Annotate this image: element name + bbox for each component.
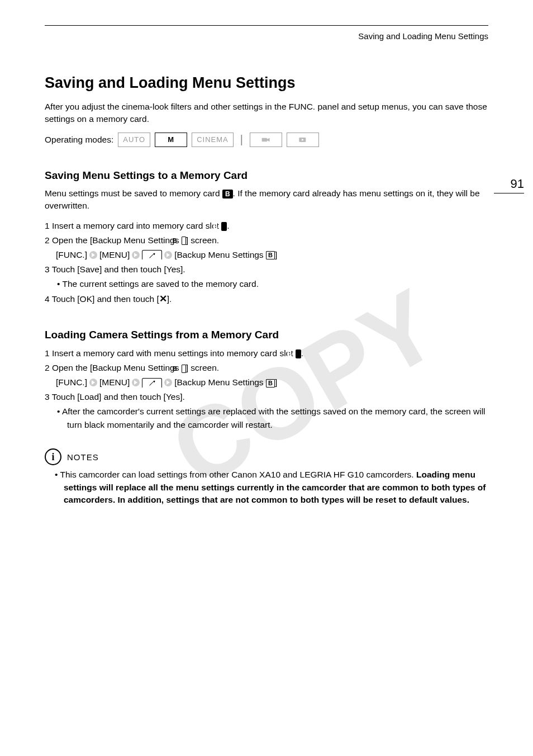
section1-intro: Menu settings must be saved to memory ca…	[45, 187, 488, 212]
path-backup-b: ]	[275, 377, 277, 387]
s1-step4: 4 Touch [OK] and then touch [✕].	[45, 292, 488, 306]
s1-step3-sub: • The current settings are saved to the …	[45, 277, 488, 291]
section1-intro-a: Menu settings must be saved to memory ca…	[45, 188, 222, 198]
path-menu: [MENU]	[99, 248, 130, 262]
s2-step1-b: .	[301, 348, 303, 358]
running-header: Saving and Loading Menu Settings	[45, 31, 488, 41]
path-backup-a: [Backup Menu Settings	[174, 377, 266, 387]
s1-step3: 3 Touch [Save] and then touch [Yes].	[45, 263, 488, 276]
s1-func-path: [FUNC.] [MENU] [Backup Menu Settings B]	[45, 248, 488, 262]
card-b-outline: B	[266, 251, 275, 259]
s2-step2: 2 Open the [Backup Menu Settings B] scre…	[45, 361, 488, 375]
s2-step2-a: 2 Open the [Backup Menu Settings	[45, 363, 182, 372]
arrow-icon	[89, 251, 97, 259]
arrow-icon	[132, 251, 140, 259]
s2-step3-sub: • After the camcorder's current settings…	[45, 405, 488, 432]
section1-steps: 1 Insert a memory card into memory card …	[45, 219, 488, 306]
mode-divider: |	[240, 133, 243, 146]
card-b-badge: B	[221, 222, 227, 231]
arrow-icon	[132, 379, 140, 386]
card-b-outline: B	[182, 365, 186, 373]
path-backup-b: ]	[275, 250, 277, 259]
wrench-tab-icon	[142, 250, 162, 259]
s1-step2: 2 Open the [Backup Menu Settings B] scre…	[45, 234, 488, 247]
camcorder-icon	[261, 136, 270, 144]
note-1: • This camcorder can load settings from …	[45, 469, 488, 506]
intro-paragraph: After you adjust the cinema-look filters…	[45, 101, 488, 126]
mode-auto: AUTO	[118, 133, 150, 147]
page-number: 91	[494, 177, 524, 193]
path-func: [FUNC.]	[56, 248, 87, 262]
s1-step1-a: 1 Insert a memory card into memory card …	[45, 221, 221, 230]
operating-modes-row: Operating modes: AUTO M CINEMA |	[45, 133, 488, 147]
section2-heading: Loading Camera Settings from a Memory Ca…	[45, 329, 488, 341]
note-1-a: • This camcorder can load settings from …	[55, 470, 416, 479]
notes-label: NOTES	[67, 452, 99, 462]
s2-step3: 3 Touch [Load] and then touch [Yes].	[45, 390, 488, 404]
close-x-icon: ✕	[159, 294, 167, 304]
s1-step2-b: ] screen.	[186, 235, 219, 245]
arrow-icon	[89, 379, 97, 386]
page-content: Saving and Loading Menu Settings 91 Savi…	[0, 0, 533, 529]
notes-header: i NOTES	[45, 448, 488, 465]
s1-step1: 1 Insert a memory card into memory card …	[45, 219, 488, 233]
path-backup-a: [Backup Menu Settings	[174, 250, 266, 259]
arrow-icon	[164, 251, 172, 259]
playback-icon	[298, 136, 307, 144]
path-backup: [Backup Menu Settings B]	[174, 376, 277, 389]
info-icon: i	[45, 448, 61, 465]
section2-steps: 1 Insert a memory card with menu setting…	[45, 347, 488, 432]
page-title: Saving and Loading Menu Settings	[45, 74, 488, 92]
mode-m: M	[155, 133, 187, 147]
mode-play-icon	[287, 133, 319, 147]
header-rule	[45, 25, 488, 26]
s1-step4-a: 4 Touch [OK] and then touch [	[45, 294, 159, 304]
path-backup: [Backup Menu Settings B]	[174, 248, 277, 262]
s2-step2-b: ] screen.	[186, 363, 219, 372]
modes-label: Operating modes:	[45, 135, 113, 145]
mode-cinema: CINEMA	[192, 133, 234, 147]
s2-step1: 1 Insert a memory card with menu setting…	[45, 347, 488, 360]
svg-rect-0	[262, 138, 267, 142]
s2-func-path: [FUNC.] [MENU] [Backup Menu Settings B]	[45, 376, 488, 389]
card-b-badge: B	[296, 349, 301, 358]
s2-step1-a: 1 Insert a memory card with menu setting…	[45, 348, 296, 358]
path-menu: [MENU]	[99, 376, 130, 389]
card-b-outline: B	[266, 379, 275, 388]
card-b-outline: B	[182, 237, 186, 245]
wrench-tab-icon	[142, 378, 162, 388]
notes-list: • This camcorder can load settings from …	[45, 469, 488, 506]
card-b-badge: B	[222, 190, 233, 199]
s1-step4-b: ].	[167, 294, 172, 304]
section1-heading: Saving Menu Settings to a Memory Card	[45, 169, 488, 182]
s1-step1-b: .	[227, 221, 229, 230]
mode-record-icon	[250, 133, 282, 147]
s1-step2-a: 2 Open the [Backup Menu Settings	[45, 235, 182, 245]
path-func: [FUNC.]	[56, 376, 87, 389]
arrow-icon	[164, 379, 172, 386]
